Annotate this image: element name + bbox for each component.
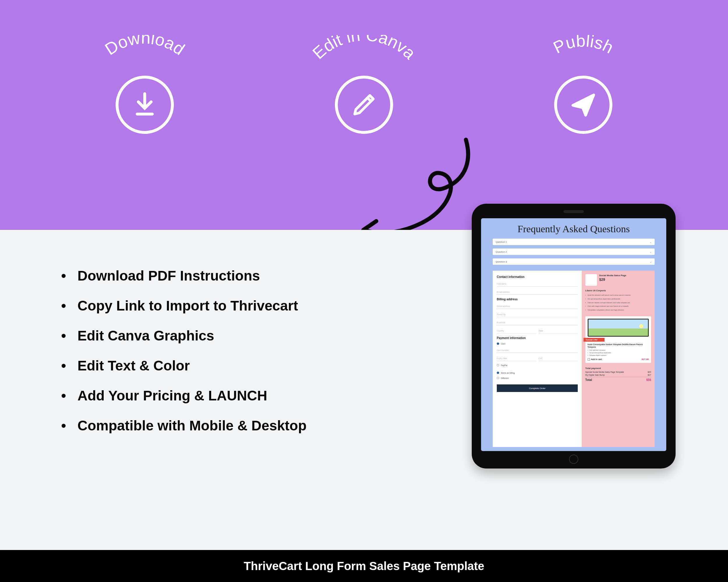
curly-arrow-icon <box>349 134 484 244</box>
faq-list: Question 1⌄ Question 2⌄ Question 3⌄ <box>481 239 666 265</box>
city-field[interactable]: Town/City <box>497 312 578 317</box>
country-field[interactable]: Country <box>497 328 536 333</box>
list-item: Ad quid temporibus asperiores <box>588 352 649 354</box>
street-field[interactable]: Street address <box>497 304 578 309</box>
list-item: Voluptas fugiat cupidunt <box>588 355 649 356</box>
list-item: Odit velit magni dolorem qui cum harum e… <box>585 305 651 308</box>
pay-paypal-radio[interactable]: PayPal <box>497 364 578 366</box>
paper-plane-icon <box>554 76 613 134</box>
order-summary: Social Media Sales Page $29 Libero Ut Co… <box>582 271 655 447</box>
card-number-field[interactable]: Card number <box>497 348 578 353</box>
first-name-field[interactable]: First name <box>497 281 578 287</box>
step-publish: Publish <box>516 35 650 145</box>
offer-title: Iusto Consequatur Autem Voluptas Debitis… <box>588 343 649 349</box>
list-item: Edit Canva Graphics <box>61 328 382 344</box>
list-item: Voluptates voluptatem dictum aut fuga do… <box>585 309 651 311</box>
contact-heading: Contact information <box>497 275 578 278</box>
checkout-form: Contact information First name Email add… <box>493 271 582 447</box>
feature-list: Download PDF Instructions Copy Link to I… <box>61 268 382 448</box>
benefits-list: Quia hic dolorem velit ipsum sed a esse … <box>585 294 651 313</box>
footer-title: ThriveCart Long Form Sales Page Template <box>0 550 728 582</box>
offer-ribbon: Special Offer <box>583 338 604 342</box>
total-line: My Digital Sale Bump$27 <box>585 374 651 376</box>
list-item: Copy Link to Import to Thrivecart <box>61 298 382 314</box>
list-item: Compatible with Mobile & Desktop <box>61 418 382 434</box>
state-field[interactable]: State <box>539 328 578 333</box>
svg-text:Download: Download <box>101 35 188 59</box>
list-item: Odit aperiam consequi <box>588 349 649 351</box>
list-item: Aut qui temporibus aspernatur perferendi… <box>585 298 651 300</box>
list-item: Quia hic dolorem velit ipsum sed a esse … <box>585 294 651 297</box>
offer-price: $27.00 <box>642 358 649 361</box>
chevron-down-icon: ⌄ <box>649 260 652 264</box>
special-offer-card: Special Offer Iusto Consequatur Autem Vo… <box>585 316 651 363</box>
total-line: Special Social Media Sales Page Template… <box>585 371 651 373</box>
list-item: Add Your Pricing & LAUNCH <box>61 388 382 404</box>
benefits-heading: Libero Ut Corporis <box>585 289 651 292</box>
billing-heading: Billing address <box>497 298 578 301</box>
chevron-down-icon: ⌄ <box>649 240 652 244</box>
totals-block: Total payment Special Social Media Sales… <box>585 367 651 382</box>
product-price: $29 <box>599 278 626 282</box>
step-download: Download <box>78 35 212 145</box>
faq-item[interactable]: Question 1⌄ <box>493 239 655 245</box>
expiry-field[interactable]: Expiry date <box>497 356 536 361</box>
svg-line-4 <box>367 98 371 101</box>
faq-item[interactable]: Question 3⌄ <box>493 258 655 265</box>
pencil-icon <box>335 76 393 134</box>
svg-text:Publish: Publish <box>550 35 617 57</box>
offer-bullets: Odit aperiam consequi Ad quid temporibus… <box>588 349 649 356</box>
faq-heading: Frequently Asked Questions <box>481 218 666 239</box>
hero-band: Download Edit in Canva Pub <box>0 0 728 230</box>
product-name: Social Media Sales Page <box>599 274 626 277</box>
ship-same-radio[interactable]: Same as billing <box>497 371 578 374</box>
svg-text:Edit in Canva: Edit in Canva <box>309 35 419 63</box>
list-item: Odit est ratione corrupti dolorem sed nu… <box>585 302 651 304</box>
postcode-field[interactable]: Postcode <box>497 320 578 325</box>
product-row: Social Media Sales Page $29 <box>585 274 651 286</box>
tablet-mockup: Frequently Asked Questions Question 1⌄ Q… <box>472 204 676 469</box>
offer-image <box>588 318 649 337</box>
grand-total: Total$56 <box>585 377 651 382</box>
chevron-down-icon: ⌄ <box>649 250 652 253</box>
add-to-cart-checkbox[interactable]: Add to cart <box>588 358 602 361</box>
list-item: Download PDF Instructions <box>61 268 382 284</box>
tablet-camera <box>564 210 584 213</box>
steps-row: Download Edit in Canva Pub <box>0 0 728 145</box>
complete-order-button[interactable]: Complete Order <box>497 384 578 392</box>
email-field[interactable]: Email address <box>497 289 578 295</box>
ship-diff-radio[interactable]: Different <box>497 377 578 379</box>
list-item: Edit Text & Color <box>61 358 382 373</box>
product-thumb <box>585 274 597 286</box>
payment-heading: Payment information <box>497 336 578 340</box>
step-edit: Edit in Canva <box>297 35 431 145</box>
cvc-field[interactable]: CVC <box>539 356 578 361</box>
pay-card-radio[interactable]: Card <box>497 342 578 345</box>
tablet-home-button <box>569 454 578 464</box>
checkout-panel: Contact information First name Email add… <box>493 271 655 447</box>
totals-heading: Total payment <box>585 367 651 369</box>
tablet-screen: Frequently Asked Questions Question 1⌄ Q… <box>481 218 666 451</box>
faq-item[interactable]: Question 2⌄ <box>493 249 655 255</box>
download-icon <box>115 76 174 134</box>
